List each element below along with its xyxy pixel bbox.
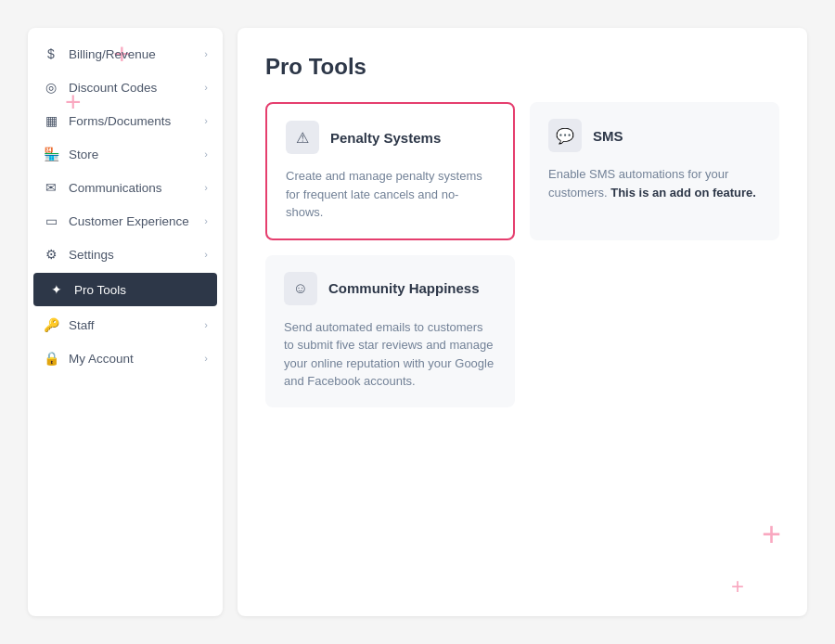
sidebar-item-staff[interactable]: 🔑Staff› — [28, 308, 223, 341]
account-icon: 🔒 — [43, 351, 59, 366]
sidebar-item-forms[interactable]: ▦Forms/Documents› — [28, 104, 223, 137]
card-sms-icon: 💬 — [548, 119, 582, 152]
sidebar-item-communications[interactable]: ✉Communications› — [28, 171, 223, 204]
billing-label: Billing/Revenue — [69, 47, 204, 61]
store-icon: 🏪 — [43, 147, 59, 161]
card-sms-header: 💬SMS — [548, 119, 761, 152]
billing-icon: $ — [43, 46, 59, 61]
communications-icon: ✉ — [43, 180, 59, 195]
forms-icon: ▦ — [43, 113, 59, 128]
account-chevron-icon: › — [204, 353, 208, 364]
card-penalty-header: ⚠Penalty Systems — [286, 121, 495, 154]
customer-chevron-icon: › — [204, 215, 208, 226]
store-chevron-icon: › — [204, 148, 208, 160]
staff-chevron-icon: › — [204, 319, 208, 330]
sidebar-item-store[interactable]: 🏪Store› — [28, 137, 223, 171]
sidebar: $Billing/Revenue›◎Discount Codes›▦Forms/… — [28, 28, 223, 616]
card-community-header: ☺Community Happiness — [284, 272, 496, 305]
communications-chevron-icon: › — [204, 182, 208, 193]
sidebar-item-account[interactable]: 🔒My Account› — [28, 341, 223, 375]
main-content: Pro Tools ⚠Penalty SystemsCreate and man… — [238, 28, 807, 616]
protools-label: Pro Tools — [74, 283, 202, 297]
settings-icon: ⚙ — [43, 247, 59, 262]
card-penalty-icon: ⚠ — [286, 121, 319, 154]
discount-label: Discount Codes — [69, 81, 204, 95]
forms-label: Forms/Documents — [69, 114, 204, 128]
cards-grid: ⚠Penalty SystemsCreate and manage penalt… — [265, 102, 779, 407]
forms-chevron-icon: › — [204, 115, 208, 126]
card-sms[interactable]: 💬SMSEnable SMS automations for your cust… — [530, 102, 779, 240]
app-container: $Billing/Revenue›◎Discount Codes›▦Forms/… — [0, 0, 835, 644]
card-community-title: Community Happiness — [328, 280, 480, 296]
card-sms-description: Enable SMS automations for your customer… — [548, 165, 761, 201]
account-label: My Account — [69, 352, 204, 366]
decorative-plus-3: + — [762, 518, 781, 551]
discount-icon: ◎ — [43, 80, 59, 95]
card-community[interactable]: ☺Community HappinessSend automated email… — [265, 255, 515, 407]
card-community-description: Send automated emails to customers to su… — [284, 318, 496, 391]
page-title: Pro Tools — [265, 54, 779, 80]
store-label: Store — [69, 148, 204, 161]
card-penalty[interactable]: ⚠Penalty SystemsCreate and manage penalt… — [265, 102, 515, 240]
customer-label: Customer Experience — [69, 214, 204, 228]
communications-label: Communications — [69, 181, 204, 195]
sidebar-item-protools[interactable]: ✦Pro Tools — [33, 273, 217, 306]
decorative-plus-4: + — [731, 575, 744, 598]
sidebar-item-customer[interactable]: ▭Customer Experience› — [28, 204, 223, 238]
settings-label: Settings — [69, 248, 204, 262]
sidebar-item-settings[interactable]: ⚙Settings› — [28, 238, 223, 271]
protools-icon: ✦ — [48, 282, 65, 297]
card-penalty-title: Penalty Systems — [330, 130, 441, 146]
settings-chevron-icon: › — [204, 249, 208, 260]
customer-icon: ▭ — [43, 213, 59, 228]
card-community-icon: ☺ — [284, 272, 317, 305]
staff-icon: 🔑 — [43, 317, 59, 332]
discount-chevron-icon: › — [204, 82, 208, 93]
sidebar-item-billing[interactable]: $Billing/Revenue› — [28, 37, 223, 71]
staff-label: Staff — [69, 318, 204, 332]
card-sms-title: SMS — [593, 128, 623, 144]
billing-chevron-icon: › — [204, 48, 208, 59]
sidebar-item-discount[interactable]: ◎Discount Codes› — [28, 71, 223, 104]
card-penalty-description: Create and manage penalty systems for fr… — [286, 167, 495, 222]
